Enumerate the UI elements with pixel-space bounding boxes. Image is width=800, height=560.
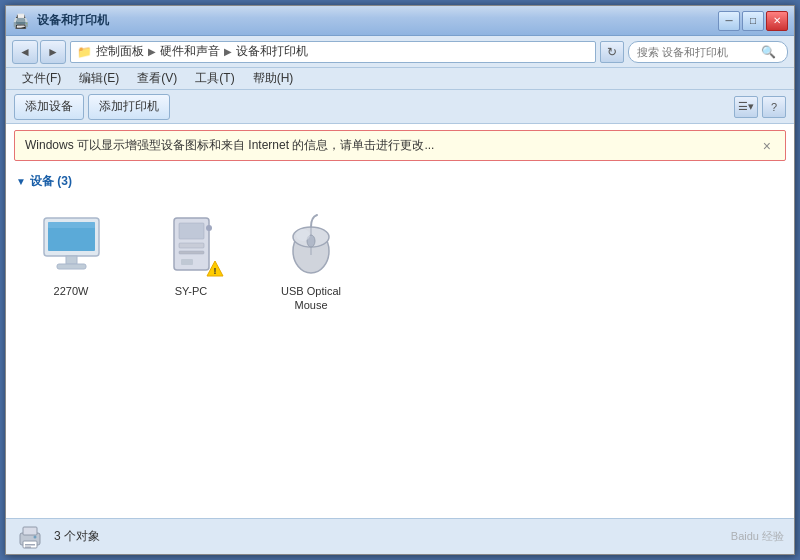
main-window: 🖨️ 设备和打印机 ─ □ ✕ ◄ ► 📁 控制面板 ▶ 硬件和声音 ▶ 设备和…	[5, 5, 795, 555]
section-header: ▼ 设备 (3)	[6, 167, 794, 194]
menu-view[interactable]: 查看(V)	[129, 68, 185, 89]
notification-close-button[interactable]: ×	[759, 138, 775, 154]
svg-rect-10	[181, 259, 193, 265]
svg-rect-3	[66, 256, 77, 264]
svg-rect-2	[48, 222, 95, 228]
menubar: 文件(F) 编辑(E) 查看(V) 工具(T) 帮助(H)	[6, 68, 794, 90]
search-input[interactable]	[637, 46, 757, 58]
minimize-button[interactable]: ─	[718, 11, 740, 31]
device-monitor-label: 2270W	[54, 284, 89, 298]
statusbar-printer-icon	[16, 523, 44, 551]
address-path[interactable]: 📁 控制面板 ▶ 硬件和声音 ▶ 设备和打印机	[70, 41, 596, 63]
notification-bar: Windows 可以显示增强型设备图标和来自 Internet 的信息，请单击进…	[14, 130, 786, 161]
device-computer[interactable]: ! SY-PC	[146, 204, 236, 304]
section-collapse-icon[interactable]: ▼	[16, 176, 26, 187]
svg-text:!: !	[214, 266, 217, 276]
search-icon: 🔍	[761, 45, 776, 59]
path-separator-2: ▶	[224, 46, 232, 57]
menu-file[interactable]: 文件(F)	[14, 68, 69, 89]
path-icon: 📁	[77, 45, 92, 59]
svg-rect-4	[57, 264, 86, 269]
svg-point-23	[34, 535, 37, 538]
statusbar-count: 3 个对象	[54, 528, 100, 545]
svg-rect-22	[25, 546, 31, 548]
addressbar: ◄ ► 📁 控制面板 ▶ 硬件和声音 ▶ 设备和打印机 ↻ 🔍	[6, 36, 794, 68]
menu-help[interactable]: 帮助(H)	[245, 68, 302, 89]
device-mouse-icon	[276, 210, 346, 280]
device-mouse[interactable]: USB Optical Mouse	[266, 204, 356, 319]
watermark: Baidu 经验	[731, 529, 784, 544]
back-button[interactable]: ◄	[12, 40, 38, 64]
path-separator-1: ▶	[148, 46, 156, 57]
svg-rect-6	[179, 223, 204, 239]
path-part-3: 设备和打印机	[236, 43, 308, 60]
devices-grid: 2270W	[6, 194, 794, 329]
statusbar: 3 个对象 Baidu 经验	[6, 518, 794, 554]
notification-text: Windows 可以显示增强型设备图标和来自 Internet 的信息，请单击进…	[25, 137, 434, 154]
svg-point-17	[296, 229, 310, 241]
add-device-button[interactable]: 添加设备	[14, 94, 84, 120]
toolbar: 添加设备 添加打印机 ☰▾ ?	[6, 90, 794, 124]
close-button[interactable]: ✕	[766, 11, 788, 31]
device-computer-icon: !	[156, 210, 226, 280]
svg-point-9	[206, 225, 212, 231]
titlebar: 🖨️ 设备和打印机 ─ □ ✕	[6, 6, 794, 36]
toolbar-right: ☰▾ ?	[734, 96, 786, 118]
refresh-button[interactable]: ↻	[600, 41, 624, 63]
view-options-button[interactable]: ☰▾	[734, 96, 758, 118]
svg-rect-8	[179, 251, 204, 254]
search-box: 🔍	[628, 41, 788, 63]
content-area: Windows 可以显示增强型设备图标和来自 Internet 的信息，请单击进…	[6, 124, 794, 518]
device-computer-label: SY-PC	[175, 284, 208, 298]
device-mouse-label: USB Optical Mouse	[272, 284, 350, 313]
section-title: 设备 (3)	[30, 173, 72, 190]
window-title: 设备和打印机	[37, 12, 718, 29]
menu-tools[interactable]: 工具(T)	[187, 68, 242, 89]
titlebar-controls: ─ □ ✕	[718, 11, 788, 31]
svg-rect-21	[25, 544, 35, 546]
menu-edit[interactable]: 编辑(E)	[71, 68, 127, 89]
device-monitor-icon	[36, 210, 106, 280]
help-button[interactable]: ?	[762, 96, 786, 118]
path-part-2: 硬件和声音	[160, 43, 220, 60]
svg-rect-19	[23, 527, 37, 535]
maximize-button[interactable]: □	[742, 11, 764, 31]
path-part-1: 控制面板	[96, 43, 144, 60]
nav-buttons: ◄ ►	[12, 40, 66, 64]
forward-button[interactable]: ►	[40, 40, 66, 64]
add-printer-button[interactable]: 添加打印机	[88, 94, 170, 120]
svg-rect-7	[179, 243, 204, 248]
device-monitor[interactable]: 2270W	[26, 204, 116, 304]
